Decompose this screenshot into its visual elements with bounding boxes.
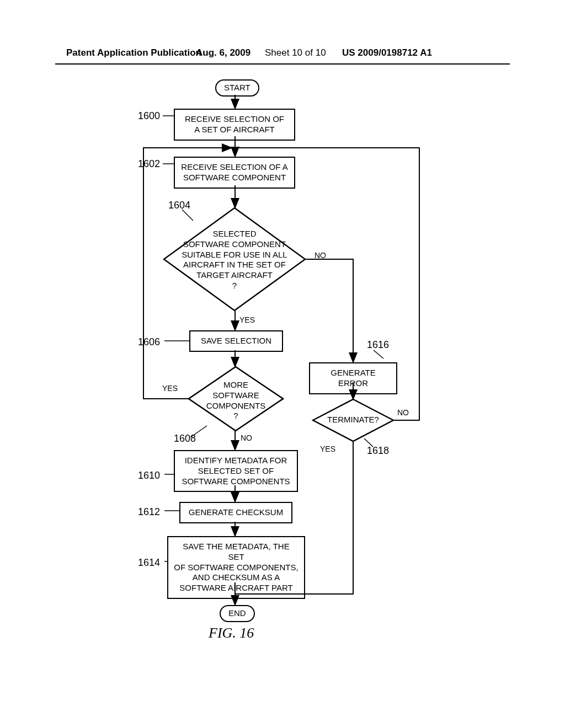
sheet-number: Sheet 10 of 10 <box>265 47 326 58</box>
svg-line-18 <box>190 426 207 437</box>
flowchart: START RECEIVE SELECTION OFA SET OF AIRCR… <box>66 77 510 706</box>
publication-date: Aug. 6, 2009 <box>196 47 250 58</box>
connectors <box>66 77 508 629</box>
svg-line-16 <box>182 210 193 221</box>
svg-line-23 <box>364 438 373 447</box>
publication-label: Patent Application Publication <box>66 47 201 58</box>
svg-line-22 <box>374 350 383 358</box>
page: Patent Application Publication Aug. 6, 2… <box>0 0 565 728</box>
header-rule <box>55 63 510 65</box>
publication-number: US 2009/0198712 A1 <box>342 47 432 58</box>
